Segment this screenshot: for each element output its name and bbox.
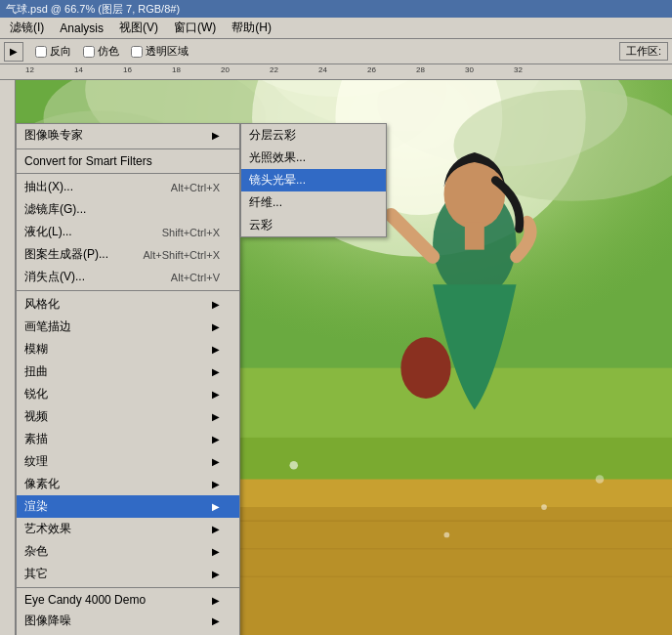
texture-arrow: ▶ [212,456,220,467]
color-input[interactable] [83,46,95,58]
menu-video[interactable]: 视频 ▶ [17,405,239,428]
ruler-marks: 12 14 16 18 20 22 24 26 28 30 32 [16,64,672,79]
canvas-area: 图像唤专家 ▶ Convert for Smart Filters 抽出(X).… [16,80,672,635]
ruler-mark-32: 32 [514,65,523,74]
blur-label: 模糊 [24,341,48,358]
ruler-mark-28: 28 [416,65,425,74]
sharpen-arrow: ▶ [212,389,220,400]
distort-arrow: ▶ [212,366,220,377]
menu-distort[interactable]: 扭曲 ▶ [17,360,239,383]
toolbar-options: 反向 仿色 透明区域 [35,44,189,59]
ruler-mark-14: 14 [74,65,83,74]
filter-gallery-label: 滤镜库(G)... [24,201,86,218]
color-checkbox[interactable]: 仿色 [83,44,119,59]
menu-other[interactable]: 其它 ▶ [17,563,239,585]
color-adj-label: 杂色 [24,543,48,560]
transparency-input[interactable] [131,46,143,58]
menu-view[interactable]: 视图(V) [111,18,166,38]
pattern-maker-label: 图案生成器(P)... [24,246,108,263]
menu-liquify[interactable]: 液化(L)... Shift+Ctrl+X [17,221,239,243]
separator-4 [17,587,239,588]
submenu-clouds[interactable]: 分层云彩 [241,124,386,147]
menu-vanishing-point[interactable]: 消失点(V)... Alt+Ctrl+V [17,266,239,288]
video-arrow: ▶ [212,411,220,422]
ruler-mark-18: 18 [172,65,181,74]
fibers-label: 纤维... [249,194,282,211]
ruler-mark-12: 12 [25,65,34,74]
render-arrow: ▶ [212,501,220,512]
submenu-plain-clouds[interactable]: 云彩 [241,214,386,236]
other-arrow: ▶ [212,569,220,579]
menu-window[interactable]: 窗口(W) [166,18,224,38]
render-label: 渲染 [24,498,48,515]
menu-stylize[interactable]: 风格化 ▶ [17,293,239,316]
menu-filter[interactable]: 滤镜(I) [2,18,52,38]
menu-texture[interactable]: 纹理 ▶ [17,450,239,473]
toolbar: ▶ 反向 仿色 透明区域 工作区: [0,39,672,64]
menu-brush-strokes[interactable]: 画笔描边 ▶ [17,316,239,338]
extract-label: 抽出(X)... [24,179,73,195]
clouds-label: 分层云彩 [249,127,296,144]
menu-sharpen[interactable]: 锐化 ▶ [17,383,239,405]
render-submenu[interactable]: 分层云彩 光照效果... 镜头光晕... 纤维... 云彩 [240,123,387,237]
menu-color-adj[interactable]: 杂色 ▶ [17,540,239,563]
sketch-label: 素描 [24,431,48,447]
stylize-arrow: ▶ [212,299,220,310]
menu-pattern-maker[interactable]: 图案生成器(P)... Alt+Shift+Ctrl+X [17,243,239,266]
separator-1 [17,148,239,149]
eye-candy-demo-arrow: ▶ [212,595,220,606]
menu-bar: 滤镜(I) Analysis 视图(V) 窗口(W) 帮助(H) [0,18,672,39]
color-label: 仿色 [98,44,119,59]
sketch-arrow: ▶ [212,434,220,444]
menu-eye-candy-demo[interactable]: Eye Candy 4000 Demo ▶ [17,590,239,610]
menu-sketch[interactable]: 素描 ▶ [17,428,239,450]
transparency-checkbox[interactable]: 透明区域 [131,44,189,59]
brush-arrow: ▶ [212,321,220,332]
menu-filter-gallery[interactable]: 滤镜库(G)... [17,198,239,221]
convert-smart-label: Convert for Smart Filters [24,154,152,168]
reverse-input[interactable] [35,46,47,58]
ruler-mark-22: 22 [270,65,278,74]
ruler: 12 14 16 18 20 22 24 26 28 30 32 [0,64,672,80]
color-adj-arrow: ▶ [212,546,220,557]
submenu-fibers[interactable]: 纤维... [241,191,386,214]
submenu-lighting[interactable]: 光照效果... [241,147,386,169]
blur-arrow: ▶ [212,344,220,355]
sharpen-label: 锐化 [24,386,48,402]
menu-smart-expert[interactable]: 图像唤专家 ▶ [17,124,239,147]
work-area-button[interactable]: 工作区: [619,42,668,61]
artistic-arrow: ▶ [212,524,220,534]
menu-analysis[interactable]: Analysis [52,18,111,38]
menu-render[interactable]: 渲染 ▶ [17,495,239,518]
artistic-label: 艺术效果 [24,521,71,537]
menu-image-denoiser[interactable]: 图像降噪 ▶ [17,610,239,632]
title-bar: 气球.psd @ 66.7% (图层 7, RGB/8#) [0,0,672,18]
menu-convert-smart[interactable]: Convert for Smart Filters [17,151,239,171]
extract-shortcut: Alt+Ctrl+X [171,182,220,193]
smart-expert-label: 图像唤专家 [24,127,83,144]
main-area: 图像唤专家 ▶ Convert for Smart Filters 抽出(X).… [0,80,672,635]
menu-artistic[interactable]: 艺术效果 ▶ [17,518,239,540]
left-panel [0,80,16,635]
svg-point-21 [400,337,450,399]
pixelate-label: 像素化 [24,476,60,492]
distort-label: 扭曲 [24,363,48,380]
toolbar-arrow[interactable]: ▶ [4,42,23,62]
separator-2 [17,173,239,174]
submenu-lens-flare[interactable]: 镜头光晕... [241,169,386,191]
ruler-mark-26: 26 [367,65,376,74]
ruler-mark-24: 24 [318,65,327,74]
ruler-mark-16: 16 [123,65,132,74]
video-label: 视频 [24,408,48,425]
filter-dropdown-menu[interactable]: 图像唤专家 ▶ Convert for Smart Filters 抽出(X).… [16,123,240,635]
brush-strokes-label: 画笔描边 [24,318,71,335]
svg-point-25 [541,504,547,510]
menu-pixelate[interactable]: 像素化 ▶ [17,473,239,495]
reverse-label: 反向 [50,44,71,59]
reverse-checkbox[interactable]: 反向 [35,44,71,59]
menu-help[interactable]: 帮助(H) [224,18,279,38]
image-denoiser-label: 图像降噪 [24,613,71,629]
menu-extract[interactable]: 抽出(X)... Alt+Ctrl+X [17,176,239,198]
menu-blur[interactable]: 模糊 ▶ [17,338,239,360]
smart-expert-arrow: ▶ [212,130,220,141]
